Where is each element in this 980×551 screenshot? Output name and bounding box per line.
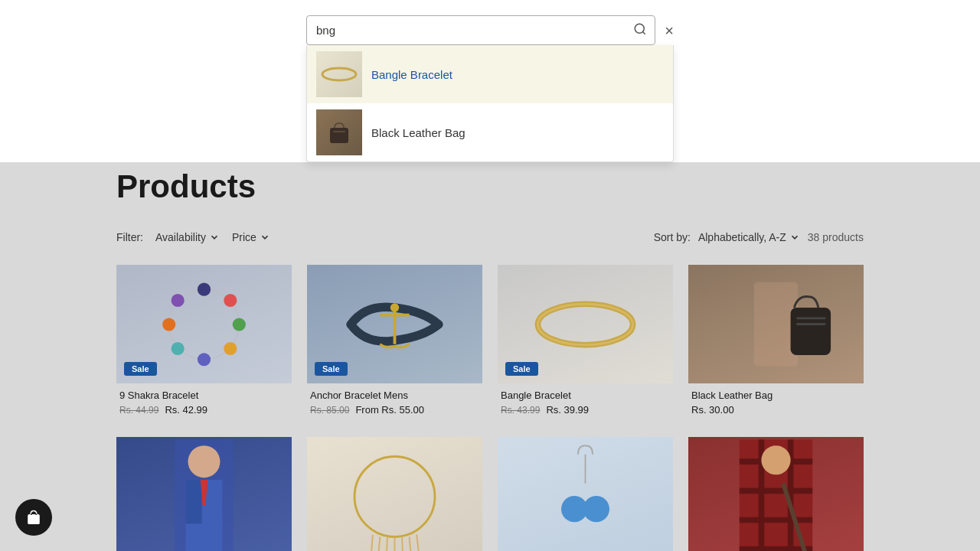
price-label: Price [232,231,256,243]
product-info-bangle: Bangle Bracelet Rs. 43.99 Rs. 39.99 [498,383,673,422]
original-price-bangle: Rs. 43.99 [501,405,540,416]
svg-point-24 [188,445,220,478]
svg-point-7 [224,294,237,307]
svg-point-0 [635,24,645,33]
product-prices-black-bag: Rs. 30.00 [691,404,861,416]
svg-rect-22 [796,323,825,325]
products-grid-row1: Sale 9 Shakra Bracelet Rs. 44.99 Rs. 42.… [116,265,864,422]
product-image-row2-4 [688,437,864,551]
page-title: Products [116,168,864,205]
chevron-down-icon-3 [789,232,800,243]
product-name-anchor: Anchor Bracelet Mens [310,390,479,401]
product-card-row2-4[interactable] [688,437,864,551]
filter-sort-row: Filter: Availability Price Sort by: Alph… [116,228,864,246]
regular-price-black-bag: Rs. 30.00 [691,404,734,416]
search-submit-button[interactable] [633,22,647,38]
sort-value: Alphabetically, A-Z [698,231,786,243]
bangle-icon [320,67,358,82]
svg-point-12 [162,318,175,331]
svg-point-9 [224,342,237,355]
product-card-row2-2[interactable] [307,437,482,551]
svg-rect-26 [186,480,202,523]
svg-point-13 [172,294,185,307]
svg-point-38 [583,496,609,522]
svg-point-8 [233,318,246,331]
sale-badge-shakra: Sale [124,362,157,376]
chevron-down-icon [209,232,220,243]
svg-point-28 [354,456,435,536]
product-name-bangle: Bangle Bracelet [501,390,670,401]
product-card-shakra[interactable]: Sale 9 Shakra Bracelet Rs. 44.99 Rs. 42.… [116,265,292,422]
ball-earring-illustration [498,437,673,551]
sale-badge-bangle: Sale [505,362,538,376]
product-info-shakra: 9 Shakra Bracelet Rs. 44.99 Rs. 42.99 [116,383,292,422]
svg-line-33 [402,536,403,551]
product-prices-anchor: Rs. 85.00 From Rs. 55.00 [310,404,479,416]
svg-point-16 [390,303,399,311]
close-search-button[interactable]: × [665,23,674,38]
plaid-man-illustration [688,437,864,551]
dropdown-item-bag[interactable]: Black Leather Bag [307,103,673,161]
bag-icon [324,117,354,148]
product-name-shakra: 9 Shakra Bracelet [119,390,289,401]
sale-price-bangle: Rs. 39.99 [546,404,589,416]
product-image-row2-2 [307,437,482,551]
svg-rect-4 [333,131,345,132]
svg-point-46 [761,445,790,474]
search-dropdown: Bangle Bracelet Black Leather Bag [306,45,674,162]
product-card-bangle[interactable]: Sale Bangle Bracelet Rs. 43.99 Rs. 39.99 [498,265,673,422]
search-icon [633,22,647,36]
black-bag-illustration [688,265,864,383]
svg-line-31 [387,536,387,551]
product-image-row2-1 [116,437,292,551]
dropdown-item-bangle-image [316,51,362,97]
product-image-row2-3 [498,437,673,551]
sale-badge-anchor: Sale [315,362,348,376]
svg-point-49 [31,514,32,515]
man-suit-illustration [116,437,292,551]
product-name-black-bag: Black Leather Bag [691,390,861,401]
product-prices-bangle: Rs. 43.99 Rs. 39.99 [501,404,670,416]
dropdown-item-bag-label: Black Leather Bag [371,126,466,139]
availability-filter-button[interactable]: Availability [155,228,220,246]
circle-earring-illustration [307,437,482,551]
dropdown-item-bangle[interactable]: Bangle Bracelet [307,45,673,103]
search-overlay: bng × Bangle Bracelet [0,0,980,162]
product-image-shakra: Sale [116,265,292,383]
svg-line-30 [379,536,381,551]
product-card-row2-3[interactable] [498,437,673,551]
svg-rect-21 [796,317,825,319]
products-grid-row2 [116,437,864,551]
product-image-black-bag [688,265,864,383]
sort-select-button[interactable]: Alphabetically, A-Z [698,231,800,243]
original-price-shakra: Rs. 44.99 [119,405,158,416]
product-info-black-bag: Black Leather Bag Rs. 30.00 [688,383,864,422]
product-info-anchor: Anchor Bracelet Mens Rs. 85.00 From Rs. … [307,383,482,422]
svg-point-10 [198,353,211,366]
svg-rect-3 [330,128,348,143]
product-image-anchor: Sale [307,265,482,383]
shopify-badge[interactable] [15,499,52,536]
svg-point-18 [537,304,632,344]
sale-price-anchor: From Rs. 55.00 [355,404,424,416]
svg-point-2 [322,68,356,80]
sale-price-shakra: Rs. 42.99 [165,404,207,416]
svg-rect-48 [28,514,40,524]
product-image-bangle: Sale [498,265,673,383]
svg-line-34 [410,536,411,551]
search-bar-row: bng × [306,15,674,45]
product-prices-shakra: Rs. 44.99 Rs. 42.99 [119,404,289,416]
product-card-row2-1[interactable] [116,437,292,551]
chevron-down-icon-2 [260,232,270,243]
svg-point-11 [172,342,185,355]
sort-label: Sort by: [654,231,691,243]
svg-point-50 [35,514,37,515]
product-card-black-bag[interactable]: Black Leather Bag Rs. 30.00 [688,265,864,422]
product-card-anchor[interactable]: Sale Anchor Bracelet Mens Rs. 85.00 From… [307,265,482,422]
svg-line-29 [371,535,373,551]
svg-rect-20 [791,308,831,355]
products-count: 38 products [808,231,864,243]
sort-right: Sort by: Alphabetically, A-Z 38 products [654,231,864,243]
search-input[interactable]: bng [316,24,645,37]
price-filter-button[interactable]: Price [232,228,270,246]
